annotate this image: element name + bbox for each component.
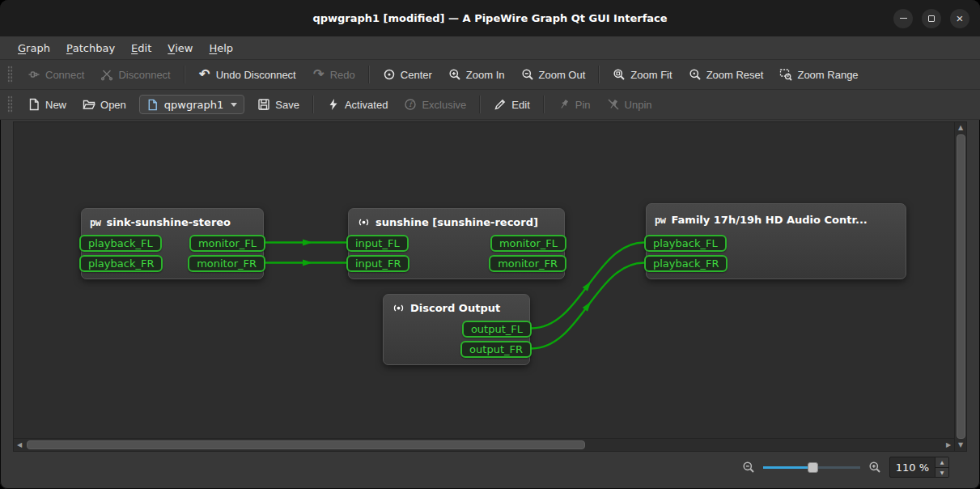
zoom-spinbox[interactable]: 110 % ▲ ▼ — [889, 457, 949, 478]
toolbar-separator — [368, 66, 370, 83]
menu-patchbay[interactable]: Patchbay — [58, 36, 123, 59]
close-button[interactable]: × — [950, 9, 969, 28]
port-playback-fr[interactable]: playback_FR — [79, 255, 163, 272]
session-combo-value: qpwgraph1 — [164, 99, 223, 111]
minimize-button[interactable] — [893, 9, 913, 28]
redo-button[interactable]: ↷ Redo — [305, 64, 363, 85]
node-title: Discord Output — [410, 302, 500, 314]
center-label: Center — [401, 69, 432, 81]
port-input-fr[interactable]: input_FR — [346, 255, 409, 272]
maximize-button[interactable] — [922, 9, 941, 28]
port-monitor-fr[interactable]: monitor_FR — [489, 255, 566, 272]
pin-button[interactable]: Pin — [550, 94, 598, 115]
graph-canvas[interactable]: pw sink-sunshine-stereo playback_FL play… — [13, 121, 955, 439]
activated-button[interactable]: Activated — [320, 94, 395, 115]
session-combo[interactable]: qpwgraph1 — [139, 95, 244, 114]
disconnect-label: Disconnect — [118, 69, 170, 81]
titlebar[interactable]: qpwgraph1 [modified] — A PipeWire Graph … — [0, 0, 980, 36]
svg-text:f: f — [409, 100, 414, 108]
save-button[interactable]: Save — [250, 94, 307, 115]
menu-help[interactable]: Help — [201, 36, 241, 59]
spin-up-icon[interactable]: ▲ — [935, 457, 948, 468]
graph-toolbar: Connect Disconnect ↶ Undo Disconnect ↷ R… — [0, 60, 980, 90]
zoom-value[interactable]: 110 % — [890, 457, 935, 477]
connection-arrow-icon — [303, 240, 312, 246]
zoom-in-small-icon[interactable] — [868, 461, 881, 474]
menu-view[interactable]: View — [159, 36, 201, 59]
edit-pencil-icon — [494, 98, 507, 111]
port-monitor-fl[interactable]: monitor_FL — [490, 235, 566, 252]
zoom-fit-button[interactable]: Zoom Fit — [605, 64, 679, 85]
edit-button[interactable]: Edit — [486, 94, 537, 115]
toolbar-handle[interactable] — [7, 96, 13, 113]
activated-lightning-icon — [327, 98, 340, 111]
menu-graph[interactable]: Graph — [10, 36, 58, 59]
horizontal-scrollbar[interactable]: ◀ ▶ — [13, 439, 955, 452]
horizontal-scroll-thumb[interactable] — [27, 440, 585, 449]
scroll-down-icon[interactable]: ▼ — [955, 440, 966, 451]
node-header: Discord Output — [384, 295, 529, 321]
undo-disconnect-label: Undo Disconnect — [216, 69, 296, 81]
node-family-audio-controller[interactable]: pw Family 17h/19h HD Audio Contr... play… — [646, 203, 906, 279]
port-monitor-fr[interactable]: monitor_FR — [188, 255, 265, 272]
zoom-reset-button[interactable]: Zoom Reset — [681, 64, 771, 85]
maximize-icon — [928, 15, 935, 22]
unpin-button[interactable]: Unpin — [600, 94, 660, 115]
app-window: qpwgraph1 [modified] — A PipeWire Graph … — [0, 0, 980, 489]
spin-down-icon[interactable]: ▼ — [935, 468, 948, 478]
node-header: pw sink-sunshine-stereo — [82, 209, 263, 235]
zoom-range-button[interactable]: Zoom Range — [772, 64, 865, 85]
spinbox-steppers: ▲ ▼ — [935, 457, 948, 477]
pipewire-icon: pw — [655, 214, 665, 227]
connect-button[interactable]: Connect — [20, 64, 91, 85]
port-monitor-fl[interactable]: monitor_FL — [189, 235, 265, 252]
scroll-up-icon[interactable]: ▲ — [955, 122, 966, 134]
menu-edit[interactable]: Edit — [123, 36, 159, 59]
open-button[interactable]: Open — [75, 94, 134, 115]
port-input-fl[interactable]: input_FL — [346, 235, 409, 252]
edit-label: Edit — [511, 99, 529, 111]
redo-label: Redo — [330, 69, 355, 81]
file-toolbar: New Open qpwgraph1 Save Act — [0, 90, 980, 120]
zoom-reset-icon — [689, 68, 702, 81]
node-title: sunshine [sunshine-record] — [375, 216, 538, 228]
port-playback-fl[interactable]: playback_FL — [644, 235, 727, 252]
zoom-in-label: Zoom In — [466, 69, 505, 81]
undo-disconnect-button[interactable]: ↶ Undo Disconnect — [191, 64, 303, 85]
chevron-down-icon — [231, 103, 237, 107]
disconnect-button[interactable]: Disconnect — [93, 64, 177, 85]
undo-icon: ↶ — [198, 68, 211, 81]
new-button[interactable]: New — [20, 94, 74, 115]
port-output-fl[interactable]: output_FL — [462, 321, 532, 338]
exclusive-button[interactable]: f Exclusive — [397, 94, 473, 115]
zoom-out-button[interactable]: Zoom Out — [514, 64, 593, 85]
zoom-out-small-icon[interactable] — [742, 461, 755, 474]
port-output-fr[interactable]: output_FR — [460, 341, 532, 358]
center-icon — [383, 68, 396, 81]
vertical-scrollbar[interactable]: ▲ ▼ — [955, 121, 967, 452]
zoom-slider-handle[interactable] — [808, 462, 818, 473]
pin-icon — [558, 98, 571, 111]
zoom-reset-label: Zoom Reset — [706, 69, 764, 81]
save-label: Save — [275, 99, 299, 111]
exclusive-label: Exclusive — [422, 99, 466, 111]
scroll-left-icon[interactable]: ◀ — [14, 439, 25, 451]
node-sink-sunshine-stereo[interactable]: pw sink-sunshine-stereo playback_FL play… — [81, 208, 264, 279]
window-controls: × — [893, 0, 969, 36]
zoom-slider-track — [813, 466, 860, 469]
toolbar-handle[interactable] — [7, 66, 13, 83]
disconnect-icon — [100, 68, 113, 81]
zoom-in-button[interactable]: Zoom In — [441, 64, 512, 85]
port-playback-fl[interactable]: playback_FL — [79, 235, 162, 252]
vertical-scroll-thumb[interactable] — [957, 134, 965, 439]
zoom-slider[interactable] — [763, 461, 860, 474]
port-playback-fr[interactable]: playback_FR — [644, 255, 728, 272]
node-discord-output[interactable]: Discord Output output_FL output_FR — [383, 294, 530, 365]
unpin-label: Unpin — [625, 99, 652, 111]
node-sunshine-record[interactable]: sunshine [sunshine-record] input_FL inpu… — [348, 208, 565, 279]
connect-icon — [28, 68, 40, 81]
save-icon — [257, 98, 270, 111]
toolbar-separator — [598, 66, 600, 83]
center-button[interactable]: Center — [375, 64, 439, 85]
scroll-right-icon[interactable]: ▶ — [943, 439, 954, 451]
